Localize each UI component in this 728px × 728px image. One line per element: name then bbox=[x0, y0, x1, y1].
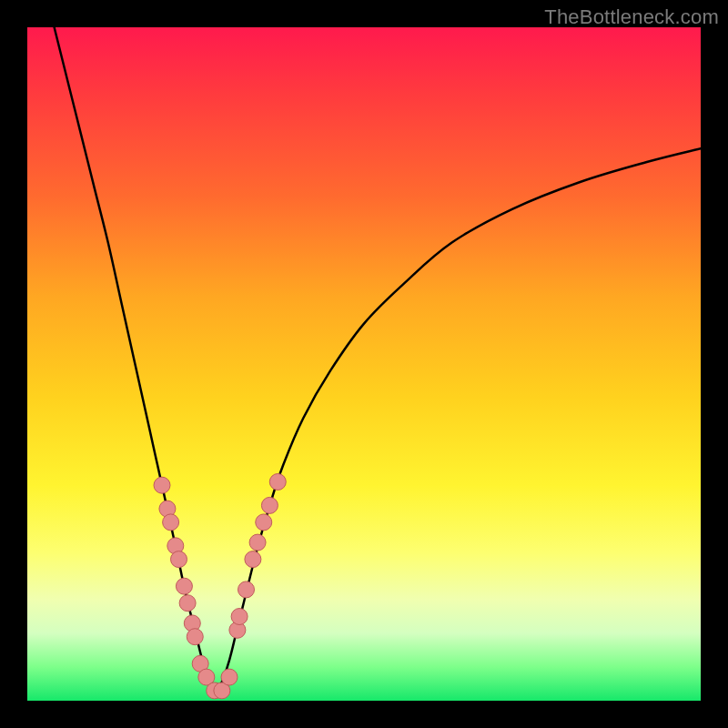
data-marker bbox=[245, 551, 261, 568]
data-marker bbox=[179, 595, 196, 612]
data-marker bbox=[256, 514, 272, 531]
data-marker bbox=[154, 477, 170, 493]
data-marker bbox=[238, 581, 255, 598]
data-marker bbox=[187, 629, 203, 645]
data-marker bbox=[176, 578, 192, 594]
data-marker bbox=[171, 551, 187, 568]
plot-area bbox=[27, 27, 701, 701]
chart-frame: TheBottleneck.com bbox=[0, 0, 728, 728]
data-marker bbox=[231, 609, 248, 625]
data-marker bbox=[221, 669, 238, 685]
watermark-text: TheBottleneck.com bbox=[544, 5, 719, 29]
data-marker bbox=[269, 474, 286, 490]
data-marker bbox=[249, 534, 266, 551]
data-marker bbox=[261, 497, 278, 513]
markers-group bbox=[154, 474, 286, 699]
curve-left bbox=[55, 27, 217, 694]
data-marker bbox=[163, 514, 179, 531]
chart-svg bbox=[27, 27, 701, 701]
curve-right bbox=[216, 148, 701, 693]
